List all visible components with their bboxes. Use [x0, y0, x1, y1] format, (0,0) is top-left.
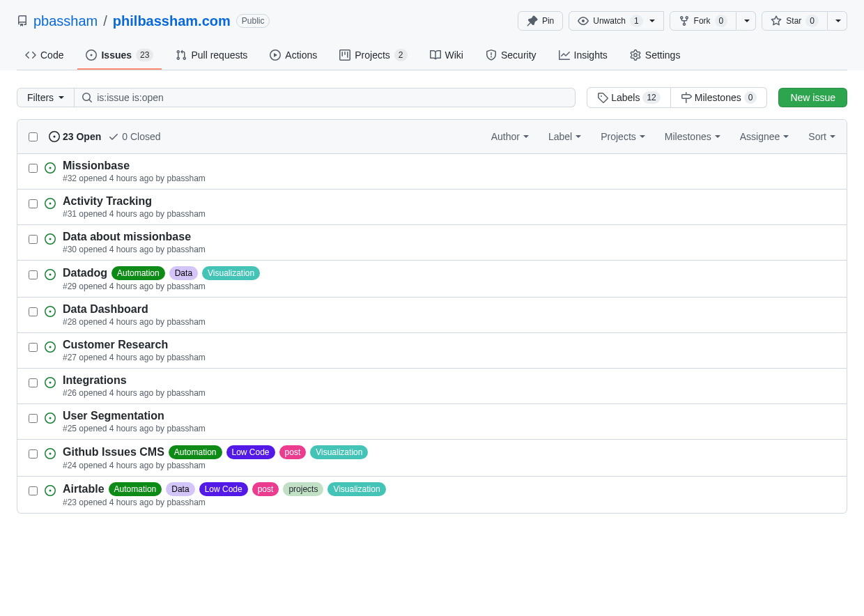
issue-row: Activity Tracking#31 opened 4 hours ago …	[17, 190, 847, 225]
issue-content: Data about missionbase#30 opened 4 hours…	[63, 231, 835, 254]
label-pill[interactable]: Automation	[111, 266, 165, 280]
issue-author-link[interactable]: pbassham	[167, 461, 205, 470]
sort-filter[interactable]: Sort	[808, 131, 835, 142]
tab-settings[interactable]: Settings	[622, 42, 689, 70]
label-pill[interactable]: post	[252, 482, 279, 496]
issue-author-link[interactable]: pbassham	[167, 353, 205, 362]
label-pill[interactable]: Low Code	[199, 482, 248, 496]
repo-tabs: Code Issues 23 Pull requests Actions Pro…	[17, 42, 847, 70]
issue-checkbox[interactable]	[29, 307, 38, 316]
fork-button[interactable]: Fork 0	[670, 11, 737, 31]
shield-icon	[486, 49, 497, 61]
tab-pulls[interactable]: Pull requests	[167, 42, 256, 70]
tab-insights[interactable]: Insights	[550, 42, 616, 70]
issue-meta: #23 opened 4 hours ago by pbassham	[63, 498, 835, 507]
label-pill[interactable]: Data	[169, 266, 198, 280]
issue-title-link[interactable]: Datadog	[63, 267, 107, 279]
issue-author-link[interactable]: pbassham	[167, 498, 205, 507]
repo-name-link[interactable]: philbassham.com	[113, 13, 231, 29]
issue-checkbox[interactable]	[29, 449, 38, 459]
star-dropdown-button[interactable]	[828, 11, 847, 31]
fork-dropdown-button[interactable]	[736, 11, 756, 31]
label-pill[interactable]: projects	[283, 482, 323, 496]
author-filter[interactable]: Author	[491, 131, 529, 142]
label-pill[interactable]: Data	[166, 482, 194, 496]
tab-actions[interactable]: Actions	[261, 42, 325, 70]
unwatch-button[interactable]: Unwatch 1	[569, 11, 663, 31]
filters-button[interactable]: Filters	[17, 88, 75, 107]
labels-button[interactable]: Labels 12	[587, 87, 671, 108]
issue-checkbox[interactable]	[29, 343, 38, 352]
issue-checkbox[interactable]	[29, 486, 38, 495]
issue-title-link[interactable]: Missionbase	[63, 160, 130, 172]
issue-author-link[interactable]: pbassham	[167, 209, 205, 219]
issue-author-link[interactable]: pbassham	[167, 282, 205, 291]
repo-icon	[17, 15, 28, 26]
label-pill[interactable]: Low Code	[226, 445, 275, 459]
issue-list-header: 23 Open 0 Closed Author Label Projects M…	[17, 120, 847, 154]
issue-title-link[interactable]: Activity Tracking	[63, 195, 152, 208]
issue-checkbox[interactable]	[29, 270, 38, 279]
issue-author-link[interactable]: pbassham	[167, 245, 205, 254]
gear-icon	[630, 49, 641, 61]
tab-issues[interactable]: Issues 23	[77, 42, 162, 70]
closed-issues-link[interactable]: 0 Closed	[108, 131, 160, 142]
label-pill[interactable]: Visualization	[310, 445, 368, 459]
projects-filter[interactable]: Projects	[601, 131, 645, 142]
label-pill[interactable]: Automation	[109, 482, 162, 496]
tab-security-label: Security	[501, 47, 537, 63]
issue-title-link[interactable]: Data Dashboard	[63, 303, 148, 316]
issue-author-link[interactable]: pbassham	[167, 388, 205, 398]
milestones-filter[interactable]: Milestones	[665, 131, 720, 142]
label-pill[interactable]: Automation	[169, 445, 222, 459]
tab-settings-label: Settings	[645, 47, 681, 63]
tab-projects-count: 2	[394, 49, 408, 61]
open-issues-link[interactable]: 23 Open	[49, 131, 101, 142]
issue-title-link[interactable]: Data about missionbase	[63, 231, 191, 243]
issue-checkbox[interactable]	[29, 378, 38, 387]
labels-milestones-group: Labels 12 Milestones 0	[587, 87, 767, 108]
tab-code[interactable]: Code	[17, 42, 72, 70]
fork-icon	[679, 15, 690, 26]
milestones-button[interactable]: Milestones 0	[671, 87, 768, 108]
issue-title-link[interactable]: Airtable	[63, 483, 105, 495]
issue-checkbox[interactable]	[29, 235, 38, 244]
watch-count: 1	[630, 15, 643, 27]
issue-title-link[interactable]: User Segmentation	[63, 410, 164, 422]
issue-author-link[interactable]: pbassham	[167, 174, 205, 183]
issue-title-line: Missionbase	[63, 160, 835, 172]
issue-title-link[interactable]: Integrations	[63, 374, 127, 387]
pin-button[interactable]: Pin	[518, 11, 563, 31]
issue-title-link[interactable]: Customer Research	[63, 339, 168, 351]
issue-checkbox[interactable]	[29, 164, 38, 173]
issue-content: User Segmentation#25 opened 4 hours ago …	[63, 410, 835, 433]
issue-content: Data Dashboard#28 opened 4 hours ago by …	[63, 303, 835, 327]
issue-content: Github Issues CMSAutomationLow CodepostV…	[63, 445, 835, 470]
issue-checkbox[interactable]	[29, 199, 38, 208]
new-issue-button[interactable]: New issue	[778, 88, 847, 107]
label-pill[interactable]: post	[279, 445, 307, 459]
issue-title-line: Activity Tracking	[63, 195, 835, 208]
issue-author-link[interactable]: pbassham	[167, 424, 205, 433]
issue-meta: #25 opened 4 hours ago by pbassham	[63, 424, 835, 433]
visibility-badge: Public	[236, 14, 270, 28]
select-all-checkbox[interactable]	[29, 132, 38, 141]
issue-open-icon	[45, 198, 56, 211]
labels-count: 12	[642, 91, 660, 104]
repo-owner-link[interactable]: pbassham	[33, 13, 98, 29]
repo-actions: Pin Unwatch 1 Fork 0	[518, 11, 847, 31]
label-filter[interactable]: Label	[548, 131, 581, 142]
tab-projects[interactable]: Projects 2	[331, 42, 415, 70]
caret-down-icon	[830, 135, 835, 138]
issue-list-header-right: Author Label Projects Milestones Assigne…	[491, 131, 835, 142]
assignee-filter[interactable]: Assignee	[740, 131, 789, 142]
tab-security[interactable]: Security	[477, 42, 545, 70]
star-button[interactable]: Star 0	[762, 11, 828, 31]
issue-checkbox[interactable]	[29, 414, 38, 423]
search-input[interactable]	[75, 88, 576, 107]
label-pill[interactable]: Visualization	[327, 482, 385, 496]
tab-wiki[interactable]: Wiki	[422, 42, 472, 70]
label-pill[interactable]: Visualization	[202, 266, 260, 280]
issue-author-link[interactable]: pbassham	[167, 317, 205, 327]
issue-title-link[interactable]: Github Issues CMS	[63, 446, 164, 459]
